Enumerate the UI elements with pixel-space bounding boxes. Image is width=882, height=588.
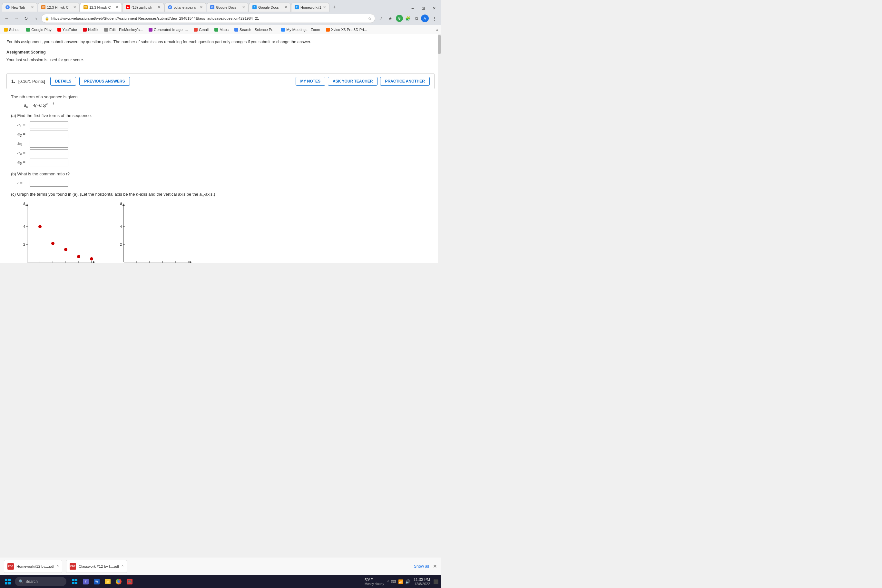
tab-googledocs[interactable]: D Google Docs ✕	[207, 3, 249, 12]
tab-webassign2-title: 12.3 Hmwk-C	[89, 6, 111, 9]
tab-google-title: octane apex c	[174, 6, 196, 9]
tab-googledocs2-close[interactable]: ✕	[284, 5, 287, 9]
tab-newtab[interactable]: ⊕ New Tab ✕	[2, 3, 38, 12]
a1-input[interactable]	[30, 121, 68, 129]
graph-left-point-5	[90, 257, 93, 261]
bookmark-gplay-label: Google Play	[31, 28, 52, 32]
bookmark-school-label: School	[9, 28, 20, 32]
browser-chrome: ⊕ New Tab ✕ W 12.3 Hmwk-C ✕ W 12.3 Hmwk-…	[0, 0, 441, 34]
extensions-area: ↗ ★ G 🧩 ⧉ A ⋮	[376, 14, 438, 22]
details-button[interactable]: DETAILS	[50, 77, 76, 86]
graph-left-point-1	[38, 225, 42, 228]
svg-text:an: an	[120, 201, 124, 207]
scrollbar[interactable]	[438, 34, 441, 263]
practice-another-button[interactable]: PRACTICE ANOTHER	[380, 77, 430, 86]
picmonkey-bookmark-icon	[104, 28, 108, 32]
bookmark-school[interactable]: School	[3, 27, 22, 32]
tab-restore-btn[interactable]: ⊡	[418, 6, 428, 11]
bookmark-google-play[interactable]: Google Play	[25, 27, 53, 32]
netflix-bookmark-icon	[83, 28, 87, 32]
home-button[interactable]: ⌂	[32, 14, 40, 22]
my-notes-button[interactable]: MY NOTES	[296, 77, 325, 86]
url-text[interactable]: https://www.webassign.net/web/Student/As…	[51, 16, 366, 20]
bookmark-genimage-label: Generated Image -...	[154, 28, 188, 32]
page-content: For this assignment, you submit answers …	[0, 34, 441, 263]
formula-display: an = 4(−0.5)n − 1	[24, 102, 430, 109]
tab-googledocs-close[interactable]: ✕	[242, 5, 245, 9]
bookmark-maps[interactable]: Maps	[213, 27, 230, 32]
bookmark-xvico-label: Xvico X3 Pro 3D Pri...	[331, 28, 367, 32]
a3-input[interactable]	[30, 140, 68, 148]
more-bookmarks-btn[interactable]: »	[436, 27, 438, 32]
tab-google-close[interactable]: ✕	[200, 5, 203, 9]
profile-avatar[interactable]: A	[421, 15, 429, 22]
tab-gdocs2-favicon: E	[252, 5, 256, 9]
bookmark-picmonkey[interactable]: Edit - PicMonkey's...	[103, 27, 144, 32]
part-b-label: (b) What is the common ratio r?	[11, 171, 430, 176]
bookmark-netflix[interactable]: Netflix	[81, 27, 100, 32]
tab-youtube[interactable]: ▶ (13) garlic ph ✕	[122, 3, 164, 12]
tab-close-btn[interactable]: ✕	[429, 6, 439, 11]
address-bar-row: ← → ↻ ⌂ 🔒 https://www.webassign.net/web/…	[0, 12, 441, 25]
svg-text:n: n	[191, 262, 193, 263]
bookmark-science[interactable]: Search - Science Pr...	[233, 27, 277, 32]
ask-teacher-button[interactable]: ASK YOUR TEACHER	[328, 77, 378, 86]
tab-homework-close[interactable]: ✕	[323, 5, 326, 9]
assignment-info-text: For this assignment, you submit answers …	[6, 39, 435, 45]
tab-minimize-btn[interactable]: −	[408, 5, 417, 12]
previous-answers-button[interactable]: PREVIOUS ANSWERS	[79, 77, 130, 86]
scrollbar-thumb[interactable]	[438, 35, 441, 54]
bookmark-gmail-label: Gmail	[199, 28, 208, 32]
bookmark-youtube-label: YouTube	[63, 28, 77, 32]
part-c-label: (c) Graph the terms you found in (a). (L…	[11, 192, 430, 198]
reload-button[interactable]: ↻	[22, 14, 30, 22]
problem-intro: The nth term of a sequence is given.	[11, 94, 430, 99]
bookmark-netflix-label: Netflix	[88, 28, 98, 32]
back-button[interactable]: ←	[3, 14, 11, 22]
tab-homework-favicon: E	[295, 5, 299, 9]
bookmark-youtube[interactable]: YouTube	[56, 27, 78, 32]
tab-google-favicon: G	[168, 5, 172, 9]
a5-row: a5 =	[17, 159, 430, 166]
new-tab-button[interactable]: +	[330, 3, 339, 12]
ext-green-icon[interactable]: G	[396, 15, 403, 22]
share-icon[interactable]: ↗	[376, 14, 385, 22]
browser-menu-icon[interactable]: ⋮	[430, 14, 438, 22]
ratio-label: r =	[17, 180, 27, 185]
bookmark-gmail[interactable]: Gmail	[192, 27, 210, 32]
bookmarks-bar: School Google Play YouTube Netflix Edit …	[0, 25, 441, 34]
tab-youtube-close[interactable]: ✕	[158, 5, 160, 9]
tab-homework[interactable]: E Homework#1 ✕	[291, 3, 330, 12]
tab-webassign1-close[interactable]: ✕	[73, 5, 76, 9]
scoring-label: Assignment Scoring	[6, 49, 435, 56]
ext-monitor-icon[interactable]: ⧉	[412, 15, 420, 22]
tab-youtube-favicon: ▶	[126, 5, 130, 9]
bookmark-xvico[interactable]: Xvico X3 Pro 3D Pri...	[325, 27, 368, 32]
bookmark-star-icon[interactable]: ★	[386, 14, 394, 22]
a4-input[interactable]	[30, 149, 68, 157]
newtab-favicon: ⊕	[6, 5, 10, 9]
tab-webassign2-active[interactable]: W 12.3 Hmwk-C ✕	[80, 3, 122, 12]
ratio-input[interactable]	[30, 179, 68, 187]
ratio-row: r =	[17, 179, 430, 187]
tab-newtab-close[interactable]: ✕	[31, 5, 34, 9]
tab-google[interactable]: G octane apex c ✕	[164, 3, 206, 12]
bookmark-zoom[interactable]: My Meetings - Zoom	[280, 27, 321, 32]
gmail-bookmark-icon	[194, 28, 198, 32]
tab-googledocs2[interactable]: E Google Docs ✕	[249, 3, 291, 12]
bookmark-generated-image[interactable]: Generated Image -...	[147, 27, 189, 32]
question-header: 1. [0.16/1 Points] DETAILS PREVIOUS ANSW…	[6, 73, 435, 89]
a3-label: a3 =	[17, 141, 27, 147]
a3-row: a3 =	[17, 140, 430, 148]
a5-input[interactable]	[30, 159, 68, 166]
tab-gdocs-favicon: D	[210, 5, 214, 9]
gplay-bookmark-icon	[26, 28, 30, 32]
a2-input[interactable]	[30, 130, 68, 138]
tab-webassign1[interactable]: W 12.3 Hmwk-C ✕	[38, 3, 80, 12]
url-bar[interactable]: 🔒 https://www.webassign.net/web/Student/…	[41, 14, 375, 23]
ext-puzzle-icon[interactable]: 🧩	[404, 15, 411, 22]
tab-webassign2-close[interactable]: ✕	[116, 5, 118, 9]
url-star-icon[interactable]: ☆	[368, 16, 372, 21]
forward-button[interactable]: →	[12, 14, 21, 22]
a1-label: a1 =	[17, 122, 27, 128]
